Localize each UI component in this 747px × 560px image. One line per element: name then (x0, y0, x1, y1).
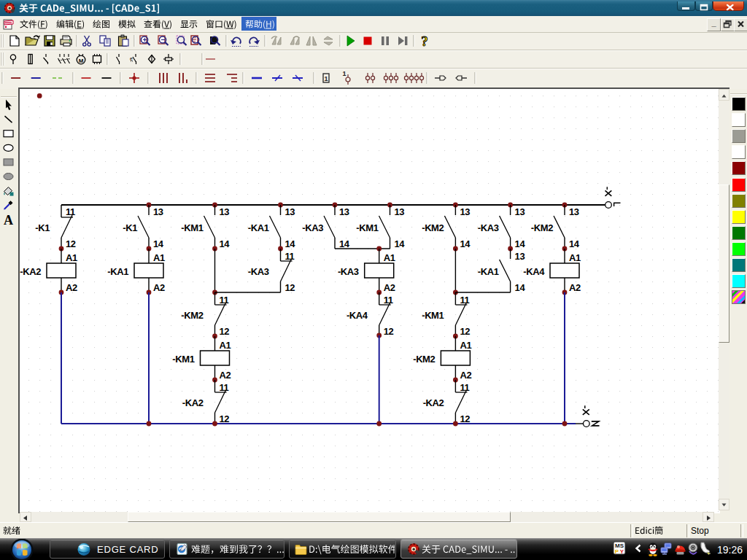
svg-text:12: 12 (66, 238, 76, 249)
svg-text:11: 11 (285, 251, 295, 262)
svg-text:11: 11 (66, 206, 75, 217)
svg-text:14: 14 (339, 238, 350, 249)
svg-text:A1: A1 (66, 252, 77, 263)
svg-text:-KA4: -KA4 (523, 266, 545, 277)
svg-text:-KA4: -KA4 (347, 310, 368, 321)
svg-text:11: 11 (220, 295, 229, 306)
svg-text:14: 14 (460, 238, 471, 249)
svg-text:A2: A2 (569, 282, 581, 293)
svg-text:A1: A1 (460, 340, 471, 351)
svg-text:-KA3: -KA3 (302, 222, 323, 233)
svg-text:12: 12 (460, 326, 470, 337)
svg-text:A1: A1 (384, 252, 395, 263)
svg-text:14: 14 (395, 238, 406, 249)
svg-text:-KA1: -KA1 (478, 266, 499, 277)
svg-text:-KM1: -KM1 (422, 310, 444, 321)
svg-text:-KA3: -KA3 (248, 266, 269, 277)
svg-text:14: 14 (220, 238, 231, 249)
svg-text:11: 11 (460, 295, 469, 306)
svg-text:A2: A2 (460, 370, 471, 381)
svg-text:A1: A1 (153, 252, 165, 263)
svg-text:-KA3: -KA3 (478, 222, 499, 233)
svg-text:e: e (130, 56, 133, 61)
svg-text:1: 1 (324, 75, 328, 82)
svg-text:A1: A1 (569, 252, 581, 263)
svg-text:P: P (615, 548, 619, 555)
svg-text:A2: A2 (384, 282, 395, 293)
svg-text:-KM2: -KM2 (181, 310, 203, 321)
svg-text:12: 12 (220, 326, 230, 337)
svg-text:11: 11 (460, 382, 469, 393)
svg-text:13: 13 (285, 206, 295, 217)
svg-text:14: 14 (285, 238, 296, 249)
svg-text:-K1: -K1 (123, 222, 137, 233)
svg-text:A2: A2 (220, 370, 231, 381)
svg-text:12: 12 (384, 326, 394, 337)
svg-text:-KM2: -KM2 (413, 354, 435, 365)
svg-text:-KA3: -KA3 (338, 266, 359, 277)
svg-text:13: 13 (569, 206, 579, 217)
svg-text:14: 14 (515, 238, 526, 249)
svg-text:13: 13 (515, 251, 525, 262)
svg-text:-KM1: -KM1 (356, 222, 378, 233)
svg-text:14: 14 (515, 282, 526, 293)
svg-text:-KA2: -KA2 (423, 397, 444, 408)
svg-text:13: 13 (395, 206, 405, 217)
svg-text:11: 11 (384, 295, 393, 306)
svg-text:?: ? (421, 34, 428, 49)
svg-text:12: 12 (285, 282, 295, 293)
svg-text:-K1: -K1 (35, 222, 50, 233)
svg-text:A2: A2 (66, 282, 77, 293)
svg-text:1: 1 (342, 70, 346, 77)
svg-text:-KA2: -KA2 (182, 397, 204, 408)
svg-text:14: 14 (153, 238, 164, 249)
svg-text:12: 12 (220, 413, 230, 424)
svg-text:13: 13 (220, 206, 230, 217)
svg-text:A2: A2 (153, 282, 165, 293)
svg-text:13: 13 (460, 206, 470, 217)
svg-text:-KM1: -KM1 (181, 222, 203, 233)
svg-text:-KA1: -KA1 (107, 266, 128, 277)
svg-text:13: 13 (153, 206, 163, 217)
svg-text:-KA2: -KA2 (20, 266, 41, 277)
svg-text:-KM2: -KM2 (422, 222, 444, 233)
svg-text:M: M (79, 58, 84, 64)
svg-text:14: 14 (569, 238, 580, 249)
svg-text:-KA1: -KA1 (248, 222, 269, 233)
svg-text:12: 12 (460, 413, 470, 424)
svg-text:13: 13 (515, 206, 525, 217)
svg-text:-KM1: -KM1 (172, 354, 194, 365)
svg-text:Y: Y (620, 548, 624, 555)
svg-text:11: 11 (220, 382, 229, 393)
svg-text:-KM2: -KM2 (531, 222, 553, 233)
svg-text:A: A (4, 213, 13, 228)
svg-text:A1: A1 (220, 340, 231, 351)
svg-text:13: 13 (339, 206, 349, 217)
